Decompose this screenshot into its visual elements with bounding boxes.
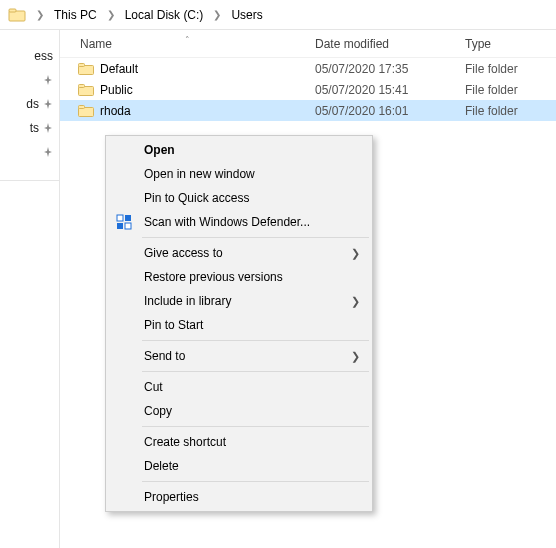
menu-item[interactable]: Open in new window [108,162,370,186]
navigation-pane[interactable]: ess ds ts [0,30,60,548]
svg-rect-11 [125,223,131,229]
svg-rect-9 [125,215,131,221]
nav-item[interactable]: ess [0,44,59,68]
column-header-date[interactable]: Date modified [315,37,465,51]
menu-divider [142,340,369,341]
svg-rect-3 [79,63,85,66]
chevron-right-icon: ❯ [213,9,221,20]
folder-icon [78,62,94,76]
pin-icon [43,99,53,109]
table-row[interactable]: rhoda05/07/2020 16:01File folder [60,100,556,121]
chevron-right-icon: ❯ [107,9,115,20]
column-header-label: Type [465,37,491,51]
nav-item[interactable]: ts [0,116,59,140]
folder-icon [8,6,26,24]
menu-item[interactable]: Scan with Windows Defender... [108,210,370,234]
menu-item[interactable]: Open [108,138,370,162]
menu-divider [142,371,369,372]
pin-icon [43,123,53,133]
chevron-right-icon: ❯ [36,9,44,20]
svg-rect-5 [79,84,85,87]
menu-item[interactable]: Delete [108,454,370,478]
pin-icon [43,75,53,85]
file-type: File folder [465,62,518,76]
chevron-right-icon: ❯ [351,295,360,308]
table-row[interactable]: Default05/07/2020 17:35File folder [60,58,556,79]
menu-item[interactable]: Create shortcut [108,430,370,454]
column-header-name[interactable]: ˄ Name [60,37,315,51]
menu-item-label: Open [144,143,175,157]
chevron-right-icon: ❯ [351,350,360,363]
menu-item[interactable]: Give access to❯ [108,241,370,265]
pin-icon [43,147,53,157]
svg-rect-10 [117,223,123,229]
sort-asc-icon: ˄ [185,35,190,45]
menu-divider [142,426,369,427]
menu-item[interactable]: Pin to Quick access [108,186,370,210]
breadcrumb-item[interactable]: This PC [50,6,101,24]
menu-item-label: Cut [144,380,163,394]
nav-item-label: ds [26,97,39,111]
menu-item-label: Create shortcut [144,435,226,449]
menu-item[interactable]: Cut [108,375,370,399]
nav-item[interactable]: ds [0,92,59,116]
menu-item-label: Copy [144,404,172,418]
menu-item-label: Pin to Quick access [144,191,249,205]
nav-item[interactable] [0,68,59,92]
column-headers[interactable]: ˄ Name Date modified Type [60,30,556,58]
breadcrumb[interactable]: ❯ This PC ❯ Local Disk (C:) ❯ Users [0,0,556,30]
defender-icon [116,214,132,230]
file-date: 05/07/2020 17:35 [315,62,408,76]
column-header-label: Name [80,37,112,51]
svg-rect-7 [79,105,85,108]
breadcrumb-item[interactable]: Local Disk (C:) [121,6,208,24]
svg-rect-8 [117,215,123,221]
column-header-type[interactable]: Type [465,37,556,51]
menu-item-label: Delete [144,459,179,473]
menu-item[interactable]: Send to❯ [108,344,370,368]
menu-item[interactable]: Properties [108,485,370,509]
file-date: 05/07/2020 15:41 [315,83,408,97]
menu-divider [142,481,369,482]
file-type: File folder [465,83,518,97]
nav-item-label: ess [34,49,53,63]
menu-item-label: Scan with Windows Defender... [144,215,310,229]
menu-item-label: Open in new window [144,167,255,181]
menu-item-label: Pin to Start [144,318,203,332]
menu-item[interactable]: Restore previous versions [108,265,370,289]
file-date: 05/07/2020 16:01 [315,104,408,118]
menu-divider [142,237,369,238]
menu-item[interactable]: Copy [108,399,370,423]
file-name: Public [100,83,133,97]
column-header-label: Date modified [315,37,389,51]
menu-item[interactable]: Pin to Start [108,313,370,337]
nav-item[interactable] [0,140,59,164]
file-type: File folder [465,104,518,118]
menu-item-label: Restore previous versions [144,270,283,284]
menu-item-label: Include in library [144,294,231,308]
table-row[interactable]: Public05/07/2020 15:41File folder [60,79,556,100]
menu-item-label: Give access to [144,246,223,260]
menu-item[interactable]: Include in library❯ [108,289,370,313]
chevron-right-icon: ❯ [351,247,360,260]
file-name: rhoda [100,104,131,118]
menu-item-label: Properties [144,490,199,504]
file-name: Default [100,62,138,76]
menu-item-label: Send to [144,349,185,363]
folder-icon [78,83,94,97]
svg-rect-1 [9,9,16,12]
nav-separator [0,180,59,181]
folder-icon [78,104,94,118]
context-menu[interactable]: OpenOpen in new windowPin to Quick acces… [105,135,373,512]
nav-item-label: ts [30,121,39,135]
breadcrumb-item[interactable]: Users [227,6,266,24]
